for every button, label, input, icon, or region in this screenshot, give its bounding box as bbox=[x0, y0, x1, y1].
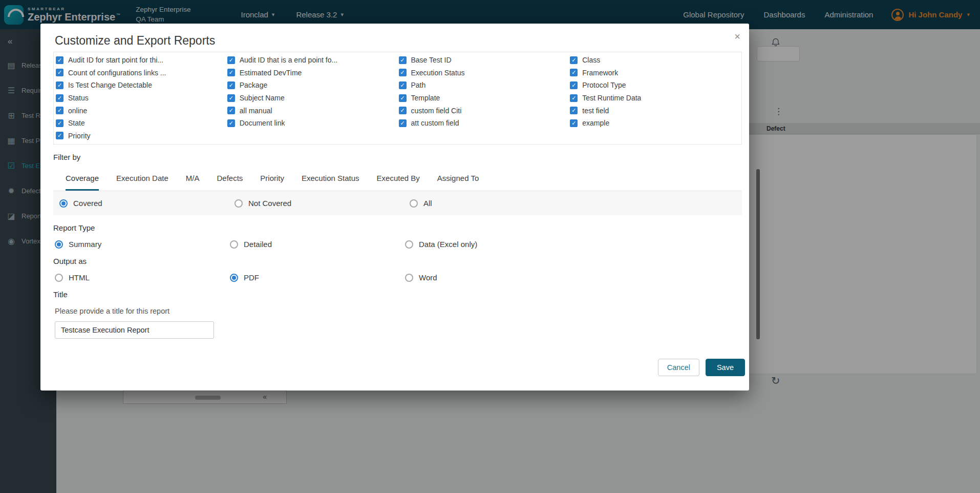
field-label: State bbox=[68, 119, 85, 127]
field-label: Audit ID for start point for thi... bbox=[68, 56, 163, 64]
checkbox-icon bbox=[227, 69, 235, 76]
field-checkbox[interactable]: custom field Citi bbox=[399, 107, 570, 115]
option-label: Data (Excel only) bbox=[419, 240, 477, 249]
filter-tab-execution-status[interactable]: Execution Status bbox=[302, 174, 359, 191]
coverage-radio-not-covered[interactable]: Not Covered bbox=[235, 199, 410, 208]
output-radio-pdf[interactable]: PDF bbox=[230, 273, 405, 282]
radio-icon bbox=[59, 199, 68, 208]
report-type-radio-detailed[interactable]: Detailed bbox=[230, 240, 405, 249]
radio-icon bbox=[55, 274, 63, 282]
checkbox-icon bbox=[399, 56, 407, 64]
field-label: Count of configurations links ... bbox=[68, 69, 166, 77]
option-label: Covered bbox=[73, 199, 102, 208]
modal-header: Customize and Export Reports × bbox=[40, 24, 749, 51]
modal-scrollbar-thumb[interactable] bbox=[756, 169, 760, 339]
field-checkbox[interactable]: Base Test ID bbox=[399, 56, 570, 64]
filter-tab-priority[interactable]: Priority bbox=[260, 174, 284, 191]
field-label: Package bbox=[240, 81, 267, 89]
output-radio-word[interactable]: Word bbox=[405, 273, 742, 282]
field-checkbox[interactable]: Document link bbox=[227, 119, 399, 127]
checkbox-icon bbox=[56, 94, 63, 102]
output-radio-html[interactable]: HTML bbox=[55, 273, 230, 282]
modal-title: Customize and Export Reports bbox=[55, 34, 735, 48]
output-options: HTML PDF Word bbox=[55, 273, 742, 282]
field-label: Framework bbox=[582, 69, 618, 77]
output-as-label: Output as bbox=[53, 257, 749, 265]
field-checkbox[interactable]: Protocol Type bbox=[570, 81, 741, 89]
option-label: HTML bbox=[69, 273, 90, 282]
checkbox-icon bbox=[56, 132, 63, 139]
filter-tabs: CoverageExecution DateM/ADefectsPriority… bbox=[53, 161, 742, 191]
report-type-options: Summary Detailed Data (Excel only) bbox=[55, 240, 742, 249]
report-title-input[interactable] bbox=[55, 321, 214, 339]
field-checkbox[interactable]: Status bbox=[56, 94, 227, 102]
checkbox-icon bbox=[399, 69, 407, 76]
coverage-radio-covered[interactable]: Covered bbox=[59, 199, 235, 208]
field-checkbox[interactable]: Audit ID that is a end point fo... bbox=[227, 56, 399, 64]
title-label: Title bbox=[53, 290, 749, 299]
field-checkbox[interactable]: State bbox=[56, 119, 227, 127]
field-label: Path bbox=[411, 81, 426, 89]
radio-icon bbox=[230, 240, 238, 249]
field-checkbox[interactable]: Is Test Change Detectable bbox=[56, 81, 227, 89]
field-checkbox[interactable]: Count of configurations links ... bbox=[56, 69, 227, 77]
checkbox-icon bbox=[570, 56, 578, 64]
field-label: Subject Name bbox=[240, 94, 285, 102]
field-checkbox[interactable]: Audit ID for start point for thi... bbox=[56, 56, 227, 64]
filter-tab-assigned-to[interactable]: Assigned To bbox=[437, 174, 479, 191]
field-checkbox[interactable]: Path bbox=[399, 81, 570, 89]
checkbox-icon bbox=[56, 69, 63, 76]
filter-tab-defects[interactable]: Defects bbox=[217, 174, 243, 191]
close-icon[interactable]: × bbox=[732, 31, 743, 43]
field-checkbox[interactable]: Class bbox=[570, 56, 741, 64]
export-fields-panel: Audit ID for start point for thi... Audi… bbox=[53, 52, 742, 145]
field-checkbox[interactable]: test field bbox=[570, 107, 741, 115]
field-checkbox[interactable]: online bbox=[56, 107, 227, 115]
checkbox-icon bbox=[570, 107, 578, 114]
field-checkbox[interactable]: example bbox=[570, 119, 741, 127]
field-label: Audit ID that is a end point fo... bbox=[240, 56, 337, 64]
field-checkbox[interactable]: Priority bbox=[56, 132, 227, 140]
filter-tab-execution-date[interactable]: Execution Date bbox=[116, 174, 168, 191]
coverage-options: Covered Not Covered All bbox=[53, 191, 742, 215]
field-checkbox[interactable]: Subject Name bbox=[227, 94, 399, 102]
checkbox-icon bbox=[399, 107, 407, 114]
report-type-radio-summary[interactable]: Summary bbox=[55, 240, 230, 249]
filter-tab-executed-by[interactable]: Executed By bbox=[377, 174, 420, 191]
checkbox-icon bbox=[399, 119, 407, 127]
field-checkbox[interactable]: att custom field bbox=[399, 119, 570, 127]
field-label: Class bbox=[582, 56, 600, 64]
checkbox-icon bbox=[227, 81, 235, 89]
field-label: Is Test Change Detectable bbox=[68, 81, 152, 89]
filter-tab-ma[interactable]: M/A bbox=[186, 174, 200, 191]
option-label: Word bbox=[419, 273, 437, 282]
option-label: All bbox=[423, 199, 432, 208]
cancel-button[interactable]: Cancel bbox=[658, 359, 699, 376]
checkbox-icon bbox=[227, 94, 235, 102]
field-checkbox[interactable]: Execution Status bbox=[399, 69, 570, 77]
field-label: Protocol Type bbox=[582, 81, 626, 89]
checkbox-icon bbox=[570, 69, 578, 76]
field-checkbox[interactable]: all manual bbox=[227, 107, 399, 115]
filter-tab-coverage[interactable]: Coverage bbox=[66, 174, 99, 191]
field-checkbox[interactable]: Framework bbox=[570, 69, 741, 77]
field-checkbox[interactable]: Estimated DevTime bbox=[227, 69, 399, 77]
field-label: Priority bbox=[68, 132, 91, 140]
field-label: Test Runtime Data bbox=[582, 94, 641, 102]
field-label: Estimated DevTime bbox=[240, 69, 302, 77]
customize-export-reports-modal: Customize and Export Reports × Audit ID … bbox=[40, 24, 749, 391]
field-checkbox[interactable]: Test Runtime Data bbox=[570, 94, 741, 102]
save-button[interactable]: Save bbox=[706, 359, 745, 376]
option-label: Not Covered bbox=[248, 199, 291, 208]
coverage-radio-all[interactable]: All bbox=[410, 199, 742, 208]
modal-footer: Cancel Save bbox=[658, 359, 745, 376]
field-checkbox[interactable]: Package bbox=[227, 81, 399, 89]
checkbox-icon bbox=[227, 119, 235, 127]
checkbox-icon bbox=[227, 107, 235, 114]
report-type-radio-data-excel-only[interactable]: Data (Excel only) bbox=[405, 240, 742, 249]
checkbox-icon bbox=[56, 56, 63, 64]
field-checkbox[interactable]: Template bbox=[399, 94, 570, 102]
radio-icon bbox=[410, 199, 418, 208]
checkbox-icon bbox=[227, 56, 235, 64]
field-label: all manual bbox=[240, 107, 272, 115]
